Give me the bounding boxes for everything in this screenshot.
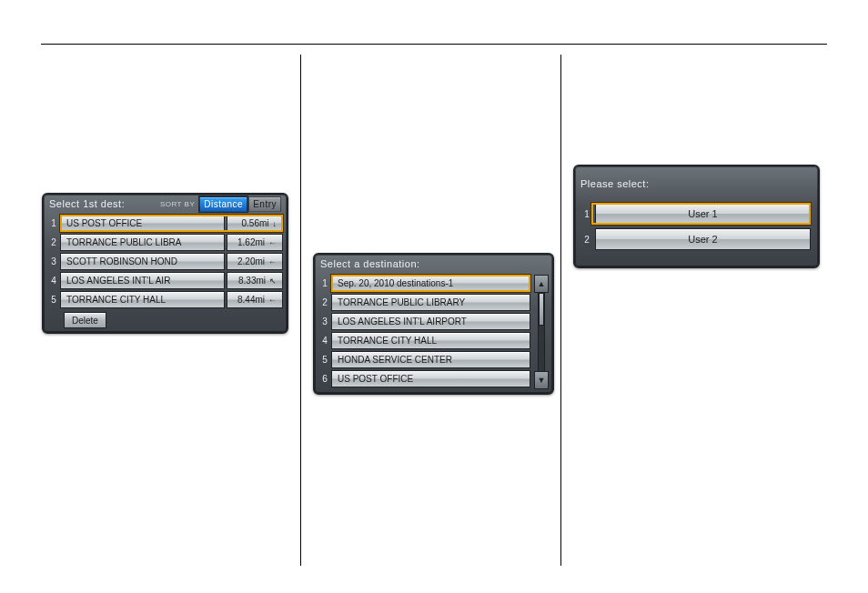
screen-select-first-dest: Select 1st dest: SORT BY Distance Entry … bbox=[42, 193, 288, 334]
sort-distance-button[interactable]: Distance bbox=[199, 196, 247, 212]
destination-name: US POST OFFICE bbox=[60, 215, 225, 232]
column-divider-2 bbox=[560, 55, 561, 566]
screenC-list: 1 User 1 2 User 2 bbox=[575, 197, 818, 266]
destination-name: HONDA SERVICE CENTER bbox=[331, 351, 530, 368]
list-item[interactable]: 1 User 1 bbox=[579, 203, 811, 225]
destination-name: LOS ANGELES INT'L AIR bbox=[60, 272, 225, 289]
direction-arrow-icon: ← bbox=[268, 296, 277, 305]
list-item[interactable]: 3 SCOTT ROBINSON HOND 2.20mi ← bbox=[47, 253, 283, 270]
destination-name: TORRANCE PUBLIC LIBRA bbox=[60, 234, 225, 251]
direction-arrow-icon: ↖ bbox=[269, 276, 277, 286]
list-item[interactable]: 6 US POST OFFICE bbox=[318, 370, 530, 387]
column-divider-1 bbox=[300, 55, 301, 566]
distance-value: 2.20mi bbox=[237, 256, 265, 266]
row-number: 2 bbox=[47, 234, 60, 251]
list-item[interactable]: 3 LOS ANGELES INT'L AIRPORT bbox=[318, 313, 530, 330]
row-number: 2 bbox=[318, 294, 331, 311]
destination-name: LOS ANGELES INT'L AIRPORT bbox=[331, 313, 530, 330]
screenA-list: 1 US POST OFFICE 0.56mi ↓ 2 TORRANCE PUB… bbox=[44, 213, 287, 332]
direction-arrow-icon: ← bbox=[268, 257, 277, 266]
list-item[interactable]: 2 TORRANCE PUBLIC LIBRA 1.62mi ← bbox=[47, 234, 283, 251]
distance-value: 1.62mi bbox=[237, 237, 265, 247]
screenA-header: Select 1st dest: SORT BY Distance Entry bbox=[44, 195, 287, 213]
list-item[interactable]: 1 US POST OFFICE 0.56mi ↓ bbox=[47, 215, 283, 232]
screenC-header: Please select: bbox=[575, 166, 818, 197]
scrollbar-thumb[interactable] bbox=[539, 293, 544, 326]
screen-please-select: Please select: 1 User 1 2 User 2 bbox=[573, 165, 820, 268]
screenB-title: Select a destination: bbox=[320, 258, 420, 269]
list-item[interactable]: 4 LOS ANGELES INT'L AIR 8.33mi ↖ bbox=[47, 272, 283, 289]
row-number: 5 bbox=[318, 351, 331, 368]
sort-by-label: SORT BY bbox=[160, 200, 195, 208]
scroll-down-button[interactable]: ▼ bbox=[534, 371, 549, 389]
user-option: User 1 bbox=[595, 203, 811, 225]
scrollbar-track[interactable] bbox=[538, 293, 545, 371]
destination-distance: 1.62mi ← bbox=[227, 234, 283, 251]
row-number: 1 bbox=[47, 215, 60, 232]
destination-name: TORRANCE CITY HALL bbox=[331, 332, 530, 349]
row-number: 6 bbox=[318, 370, 331, 387]
list-item[interactable]: 5 HONDA SERVICE CENTER bbox=[318, 351, 530, 368]
row-number: 2 bbox=[579, 228, 595, 250]
destination-distance: 2.20mi ← bbox=[227, 253, 283, 270]
row-number: 5 bbox=[47, 291, 60, 308]
page-top-rule bbox=[41, 44, 827, 45]
destination-distance: 8.33mi ↖ bbox=[227, 272, 283, 289]
scroll-up-button[interactable]: ▲ bbox=[534, 275, 549, 293]
row-number: 4 bbox=[47, 272, 60, 289]
list-item[interactable]: 2 TORRANCE PUBLIC LIBRARY bbox=[318, 294, 530, 311]
row-number: 1 bbox=[318, 275, 331, 292]
destination-distance: 8.44mi ← bbox=[227, 291, 283, 308]
direction-arrow-icon: ← bbox=[268, 238, 277, 247]
destination-name: TORRANCE CITY HALL bbox=[60, 291, 225, 308]
list-item[interactable]: 1 Sep. 20, 2010 destinations-1 bbox=[318, 275, 530, 292]
row-number: 3 bbox=[318, 313, 331, 330]
screenC-title: Please select: bbox=[580, 178, 649, 189]
screenB-header: Select a destination: bbox=[315, 255, 552, 273]
list-item[interactable]: 5 TORRANCE CITY HALL 8.44mi ← bbox=[47, 291, 283, 308]
screenB-list: 1 Sep. 20, 2010 destinations-1 2 TORRANC… bbox=[315, 273, 534, 393]
scrollbar: ▲ ▼ bbox=[534, 275, 549, 389]
user-option: User 2 bbox=[595, 228, 811, 250]
screen-select-destination: Select a destination: 1 Sep. 20, 2010 de… bbox=[313, 253, 554, 395]
destination-distance: 0.56mi ↓ bbox=[227, 215, 283, 232]
destination-name: SCOTT ROBINSON HOND bbox=[60, 253, 225, 270]
destination-name: US POST OFFICE bbox=[331, 370, 530, 387]
destination-name: Sep. 20, 2010 destinations-1 bbox=[331, 275, 530, 292]
distance-value: 0.56mi bbox=[241, 218, 268, 228]
screenA-title: Select 1st dest: bbox=[49, 198, 125, 209]
distance-value: 8.44mi bbox=[237, 295, 265, 305]
destination-name: TORRANCE PUBLIC LIBRARY bbox=[331, 294, 530, 311]
direction-arrow-icon: ↓ bbox=[273, 219, 278, 228]
distance-value: 8.33mi bbox=[238, 276, 266, 286]
row-number: 4 bbox=[318, 332, 331, 349]
list-item[interactable]: 4 TORRANCE CITY HALL bbox=[318, 332, 530, 349]
row-number: 1 bbox=[579, 203, 595, 225]
sort-entry-button[interactable]: Entry bbox=[248, 196, 281, 212]
row-number: 3 bbox=[47, 253, 60, 270]
delete-button[interactable]: Delete bbox=[64, 312, 106, 328]
list-item[interactable]: 2 User 2 bbox=[579, 228, 811, 250]
